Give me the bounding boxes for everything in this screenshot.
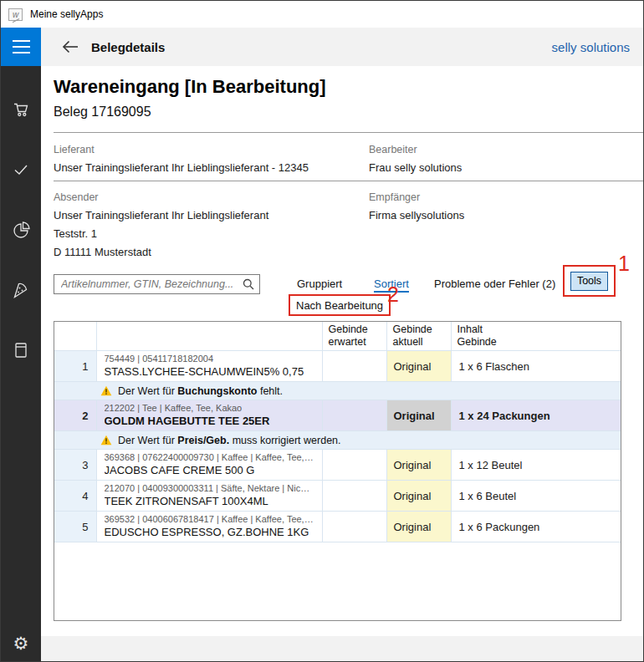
- probleme-fehler-link[interactable]: Probleme oder Fehler (2): [434, 278, 555, 290]
- app-logo-icon: w: [8, 8, 23, 21]
- pizza-slice-icon[interactable]: [10, 279, 32, 301]
- field-empfaenger: Empfänger Firma sellysolutions: [369, 191, 464, 222]
- tools-button[interactable]: Tools: [570, 272, 608, 291]
- brand-label: selly solutions: [552, 40, 630, 54]
- row-number: 2: [54, 400, 96, 431]
- gebinde-aktuell-cell[interactable]: Original: [386, 400, 451, 431]
- inhalt-gebinde-cell: 1 x 12 Beutel: [451, 450, 621, 481]
- warning-text: Der Wert für Preis/Geb. muss korrigiert …: [118, 435, 341, 446]
- table-row[interactable]: 1 754449 | 05411718182004 STASS.LYCHEE-S…: [54, 351, 621, 382]
- page-title: Belegdetails: [91, 40, 165, 54]
- window-title: Meine sellyApps: [30, 8, 103, 20]
- table-row[interactable]: 5 369532 | 04006067818417 | Kaffee | Kaf…: [54, 512, 621, 542]
- row-number: 1: [54, 351, 96, 382]
- article-meta: 212202 | Tee | Kaffee, Tee, Kakao: [105, 403, 314, 414]
- gebinde-erwartet-cell: [322, 512, 386, 542]
- warning-row: Der Wert für Preis/Geb. muss korrigiert …: [54, 431, 621, 450]
- annotation-number-1: 1: [618, 253, 630, 274]
- col-gebinde-erwartet: Gebindeerwartet: [322, 322, 386, 351]
- article-name: JACOBS CAFE CREME 500 G: [105, 463, 314, 477]
- book-icon[interactable]: [10, 339, 32, 361]
- pie-chart-icon[interactable]: [10, 219, 32, 241]
- article-meta: 754449 | 05411718182004: [105, 354, 314, 364]
- field-bearbeiter: Bearbeiter Frau selly solutions: [369, 144, 462, 174]
- inhalt-gebinde-cell: 1 x 6 Packungen: [451, 512, 621, 542]
- table-row-selected[interactable]: 2 212202 | Tee | Kaffee, Tee, Kakao GOLD…: [54, 400, 621, 431]
- article-name: GOLDM HAGEBUTTE TEE 25ER: [105, 414, 314, 428]
- warning-icon: [100, 385, 112, 396]
- row-number: 3: [54, 450, 96, 481]
- app-window: w Meine sellyApps: [0, 0, 644, 662]
- table-empty-area: [54, 542, 621, 622]
- gruppiert-link[interactable]: Gruppiert: [297, 278, 342, 290]
- article-meta: 369368 | 07622400009730 | Kaffee | Kaffe…: [105, 452, 314, 463]
- warning-row: Der Wert für Buchungskonto fehlt.: [54, 382, 621, 400]
- sort-mode-label[interactable]: Nach Bearbeitung: [296, 299, 383, 312]
- col-inhalt-gebinde: InhaltGebinde: [451, 322, 621, 351]
- article-name: STASS.LYCHEE-SCHAUMWEIN5% 0,75: [105, 364, 314, 379]
- inhalt-gebinde-cell: 1 x 6 Flaschen: [451, 351, 621, 382]
- inhalt-gebinde-cell: 1 x 24 Packungen: [451, 400, 621, 431]
- divider: [54, 181, 643, 181]
- divider: [54, 132, 643, 133]
- settings-gear-icon[interactable]: ⚙: [13, 635, 29, 653]
- warning-icon: [100, 435, 112, 446]
- document-number: Beleg 17169095: [54, 104, 151, 120]
- gebinde-aktuell-cell[interactable]: Original: [386, 512, 451, 542]
- inhalt-gebinde-cell: 1 x 6 Beutel: [451, 481, 621, 512]
- col-gebinde-aktuell: Gebindeaktuell: [386, 322, 451, 351]
- article-name: TEEK ZITRONENSAFT 100X4ML: [105, 494, 314, 508]
- gebinde-aktuell-cell[interactable]: Original: [386, 351, 451, 382]
- annotation-number-2: 2: [387, 284, 399, 305]
- article-meta: 369532 | 04006067818417 | Kaffee | Kaffe…: [105, 514, 314, 525]
- cart-icon[interactable]: [10, 99, 32, 120]
- table-row[interactable]: 4 212070 | 04009300003311 | Säfte, Nekta…: [54, 481, 621, 512]
- page-header: Belegdetails selly solutions: [41, 28, 643, 66]
- gebinde-aktuell-cell[interactable]: Original: [386, 481, 451, 512]
- row-number: 5: [54, 512, 96, 542]
- annotation-box-2: Nach Bearbeitung: [289, 294, 391, 316]
- article-meta: 212070 | 04009300003311 | Säfte, Nektare…: [105, 483, 314, 494]
- checkmark-icon[interactable]: [10, 159, 32, 181]
- sidebar: ⚙: [1, 28, 41, 661]
- hamburger-menu-button[interactable]: [1, 28, 41, 66]
- warning-text: Der Wert für Buchungskonto fehlt.: [118, 385, 283, 397]
- article-name: EDUSCHO ESPRESSO, GZ.BOHNE 1KG: [105, 525, 314, 539]
- content-area: Wareneingang [In Bearbeitung] Beleg 1716…: [41, 66, 643, 636]
- article-search-box: [54, 274, 260, 294]
- gebinde-erwartet-cell: [322, 351, 386, 382]
- annotation-box-1: Tools: [563, 265, 616, 297]
- gebinde-erwartet-cell: [322, 400, 386, 431]
- field-absender: Absender Unser Trainingslieferant Ihr Li…: [54, 191, 268, 258]
- document-heading: Wareneingang [In Bearbeitung]: [54, 76, 326, 98]
- search-icon: [243, 278, 254, 290]
- titlebar: w Meine sellyApps: [1, 1, 643, 28]
- footer-strip: [41, 636, 643, 661]
- table-row[interactable]: 3 369368 | 07622400009730 | Kaffee | Kaf…: [54, 450, 621, 481]
- search-input[interactable]: [59, 278, 243, 291]
- field-lieferant: Lieferant Unser Trainingslieferant Ihr L…: [54, 144, 309, 174]
- table-header-row: Gebindeerwartet Gebindeaktuell InhaltGeb…: [54, 322, 621, 351]
- back-arrow-icon[interactable]: [60, 37, 80, 57]
- gebinde-aktuell-cell[interactable]: Original: [386, 450, 451, 481]
- items-table: Gebindeerwartet Gebindeaktuell InhaltGeb…: [54, 321, 621, 621]
- gebinde-erwartet-cell: [322, 481, 386, 512]
- gebinde-erwartet-cell: [322, 450, 386, 481]
- row-number: 4: [54, 481, 96, 512]
